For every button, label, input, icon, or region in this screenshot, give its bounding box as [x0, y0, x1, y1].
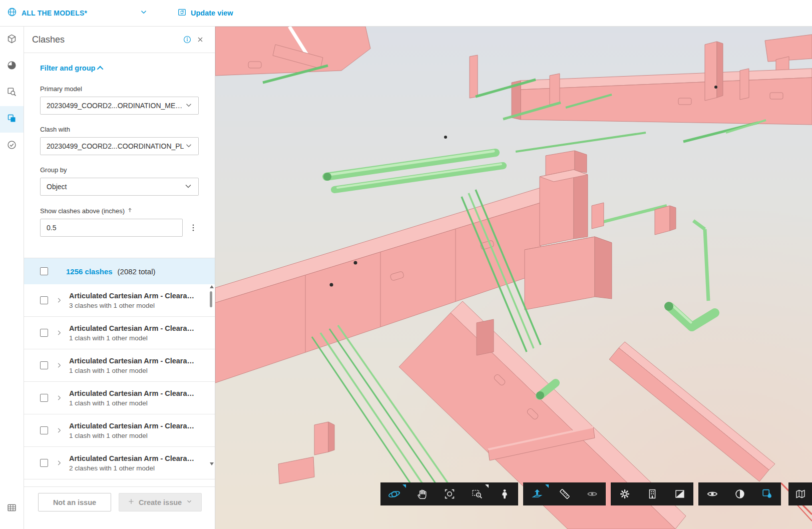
- clash-group-title: Articulated Cartesian Arm - Cleara…: [69, 292, 204, 300]
- first-person-button[interactable]: [491, 482, 518, 505]
- zoom-window-button[interactable]: [463, 482, 491, 505]
- measure-button[interactable]: [551, 482, 578, 505]
- flyout-indicator: [402, 484, 406, 488]
- model-set-selector[interactable]: ALL THE MODELS*: [0, 7, 153, 19]
- update-view-icon: [177, 8, 187, 19]
- row-checkbox[interactable]: [40, 361, 48, 369]
- row-checkbox[interactable]: [40, 329, 48, 337]
- chevron-right-icon[interactable]: [55, 329, 63, 336]
- clash-layers-icon: [7, 113, 17, 126]
- group-by-field: Group by Object: [40, 166, 199, 196]
- rail-item-tables[interactable]: [0, 495, 24, 522]
- chevron-right-icon[interactable]: [55, 362, 63, 369]
- chevron-down-icon: [184, 141, 193, 152]
- filter-group-toggle[interactable]: Filter and group: [40, 64, 199, 72]
- settings-button[interactable]: [611, 482, 638, 505]
- globe-icon: [7, 7, 17, 19]
- rail-item-views[interactable]: [0, 53, 24, 80]
- chevron-up-icon: [97, 66, 104, 72]
- model-scene: [215, 27, 812, 529]
- clash-summary-row[interactable]: 1256 clashes (2082 total): [24, 258, 215, 284]
- navigation-tool-group: [380, 482, 518, 505]
- kebab-menu-icon[interactable]: [188, 220, 199, 235]
- settings-tool-group: [611, 482, 693, 505]
- table-grid-icon: [7, 502, 17, 515]
- chevron-right-icon[interactable]: [55, 297, 63, 304]
- list-scrollbar[interactable]: [209, 285, 214, 485]
- clash-display-button[interactable]: [753, 482, 781, 505]
- zoom-button[interactable]: [436, 482, 463, 505]
- update-view-button[interactable]: Update view: [177, 8, 233, 19]
- scroll-down-arrow[interactable]: [210, 462, 214, 465]
- minimap-button[interactable]: [788, 482, 812, 505]
- primary-model-value: 20230499_COORD2...ORDINATION_MECH: [47, 102, 184, 110]
- clash-group-title: Articulated Cartesian Arm - Cleara…: [69, 389, 204, 397]
- close-icon[interactable]: [194, 33, 207, 46]
- rail-item-clashes[interactable]: [0, 106, 24, 133]
- rail-item-checklists[interactable]: [0, 133, 24, 159]
- group-by-value: Object: [47, 183, 183, 191]
- clash-group-row[interactable]: Articulated Cartesian Arm - Cleara…1 cla…: [24, 414, 215, 447]
- primary-model-field: Primary model 20230499_COORD2...ORDINATI…: [40, 85, 199, 115]
- clash-total: (2082 total): [118, 267, 156, 276]
- model-coordination-app: ALL THE MODELS* Update view: [0, 0, 812, 529]
- section-tool-group: [523, 482, 606, 505]
- filter-section: Filter and group Primary model 20230499_…: [24, 53, 215, 258]
- clashes-panel: Clashes Filter and group Primary model 2…: [24, 27, 215, 529]
- threshold-field: Show clashes above (inches): [40, 207, 199, 237]
- chevron-right-icon[interactable]: [55, 394, 63, 401]
- select-all-checkbox[interactable]: [40, 267, 48, 275]
- clash-with-select[interactable]: 20230499_COORD2...COORDINATION_PL: [40, 137, 199, 155]
- appearance-button[interactable]: [726, 482, 753, 505]
- not-an-issue-button[interactable]: Not an issue: [38, 493, 111, 511]
- viewport-3d[interactable]: [215, 27, 812, 529]
- model-browser-button[interactable]: [638, 482, 666, 505]
- row-checkbox[interactable]: [40, 426, 48, 434]
- update-view-label: Update view: [191, 9, 233, 17]
- clash-group-row[interactable]: Articulated Cartesian Arm - Cleara…1 cla…: [24, 317, 215, 349]
- pan-button[interactable]: [408, 482, 436, 505]
- plus-icon: [128, 498, 135, 506]
- scrollbar-thumb[interactable]: [210, 291, 212, 307]
- clash-group-subtitle: 1 clash with 1 other model: [69, 334, 204, 342]
- threshold-input[interactable]: [40, 219, 183, 237]
- clash-group-subtitle: 2 clashes with 1 other model: [69, 464, 204, 472]
- visibility-button[interactable]: [698, 482, 726, 505]
- left-rail: [0, 27, 24, 529]
- clash-group-row[interactable]: Articulated Cartesian Arm - Cleara…1 cla…: [24, 349, 215, 382]
- flyout-indicator: [485, 484, 489, 488]
- orbit-button[interactable]: [380, 482, 408, 505]
- clash-group-row[interactable]: Articulated Cartesian Arm - Cleara…1 cla…: [24, 382, 215, 414]
- section-button[interactable]: [523, 482, 551, 505]
- info-icon[interactable]: [181, 33, 194, 46]
- primary-model-select[interactable]: 20230499_COORD2...ORDINATION_MECH: [40, 97, 199, 115]
- clash-with-field: Clash with 20230499_COORD2...COORDINATIO…: [40, 126, 199, 155]
- clash-group-subtitle: 1 clash with 1 other model: [69, 399, 204, 407]
- group-by-select[interactable]: Object: [40, 178, 199, 196]
- clash-group-title: Articulated Cartesian Arm - Cleara…: [69, 324, 204, 332]
- chevron-down-icon: [183, 181, 193, 193]
- chevron-down-icon: [186, 498, 193, 506]
- create-issue-button[interactable]: Create issue: [119, 493, 202, 511]
- panel-footer: Not an issue Create issue: [24, 486, 215, 529]
- clash-group-subtitle: 3 clashes with 1 other model: [69, 302, 204, 309]
- chevron-right-icon[interactable]: [55, 427, 63, 434]
- clash-group-row[interactable]: Articulated Cartesian Arm - Cleara…3 cla…: [24, 284, 215, 317]
- rail-item-search-models[interactable]: [0, 80, 24, 106]
- row-checkbox[interactable]: [40, 394, 48, 402]
- row-checkbox[interactable]: [40, 459, 48, 467]
- chevron-right-icon[interactable]: [55, 459, 63, 466]
- clash-group-subtitle: 1 clash with 1 other model: [69, 367, 204, 374]
- chevron-down-icon: [139, 8, 148, 19]
- rail-item-models[interactable]: [0, 27, 24, 53]
- render-quality-button[interactable]: [666, 482, 693, 505]
- threshold-label: Show clashes above (inches): [40, 207, 125, 215]
- primary-model-label: Primary model: [40, 85, 199, 93]
- clash-group-row[interactable]: Articulated Cartesian Arm - Cleara…2 cla…: [24, 447, 215, 479]
- clash-group-title: Articulated Cartesian Arm - Cleara…: [69, 454, 204, 462]
- row-checkbox[interactable]: [40, 296, 48, 304]
- scroll-up-arrow[interactable]: [210, 285, 214, 288]
- clash-with-label: Clash with: [40, 126, 199, 133]
- ghost-objects-button[interactable]: [578, 482, 606, 505]
- panel-title: Clashes: [32, 35, 181, 45]
